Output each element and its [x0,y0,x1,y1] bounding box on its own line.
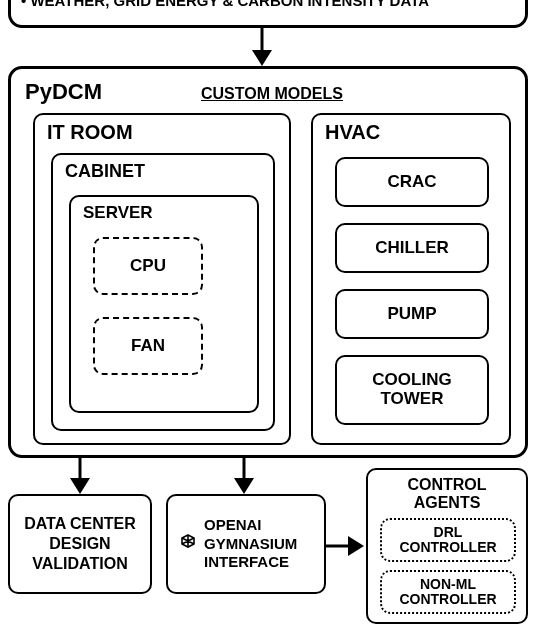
control-agents-box: CONTROL AGENTS DRL CONTROLLER NON-ML CON… [366,468,528,624]
chiller-label: CHILLER [375,238,449,258]
gym-box: OPENAI GYMNASIUM INTERFACE [166,494,326,594]
it-room-box: IT ROOM CABINET SERVER CPU FAN [33,113,291,445]
inputs-line2: • WEATHER, GRID ENERGY & CARBON INTENSIT… [21,0,515,9]
crac-box: CRAC [335,157,489,207]
hvac-label: HVAC [325,121,380,144]
cabinet-box: CABINET SERVER CPU FAN [51,153,275,431]
server-box: SERVER CPU FAN [69,195,259,413]
custom-models-label: CUSTOM MODELS [201,85,343,103]
hvac-box: HVAC CRAC CHILLER PUMP COOLING TOWER [311,113,511,445]
validation-box: DATA CENTER DESIGN VALIDATION [8,494,152,594]
drl-controller-box: DRL CONTROLLER [380,518,516,562]
arrow-inputs-to-pydcm [250,28,280,68]
gym-label: OPENAI GYMNASIUM INTERFACE [204,516,324,572]
pydcm-title: PyDCM [25,79,102,105]
crac-label: CRAC [387,172,436,192]
svg-marker-3 [70,478,90,494]
cooling-tower-box: COOLING TOWER [335,355,489,425]
svg-marker-5 [234,478,254,494]
arrow-pydcm-to-validation [68,458,98,498]
cpu-label: CPU [130,256,166,276]
arrow-gym-to-agents [326,534,366,564]
pump-box: PUMP [335,289,489,339]
nonml-controller-label: NON-ML CONTROLLER [399,577,496,608]
pump-label: PUMP [387,304,436,324]
openai-icon [176,532,200,556]
fan-box: FAN [93,317,203,375]
nonml-controller-box: NON-ML CONTROLLER [380,570,516,614]
chiller-box: CHILLER [335,223,489,273]
cpu-box: CPU [93,237,203,295]
validation-label: DATA CENTER DESIGN VALIDATION [24,514,136,574]
svg-marker-1 [252,50,272,66]
fan-label: FAN [131,336,165,356]
cooling-tower-label: COOLING TOWER [372,371,451,408]
cabinet-label: CABINET [65,161,145,182]
server-label: SERVER [83,203,153,223]
svg-marker-7 [348,536,364,556]
control-agents-label: CONTROL AGENTS [368,476,526,511]
it-room-label: IT ROOM [47,121,133,144]
drl-controller-label: DRL CONTROLLER [399,525,496,556]
arrow-pydcm-to-gym [232,458,262,498]
inputs-box: • PRECOMPUTED CFD RESULTS • WEATHER, GRI… [8,0,528,28]
pydcm-box: PyDCM CUSTOM MODELS IT ROOM CABINET SERV… [8,66,528,458]
